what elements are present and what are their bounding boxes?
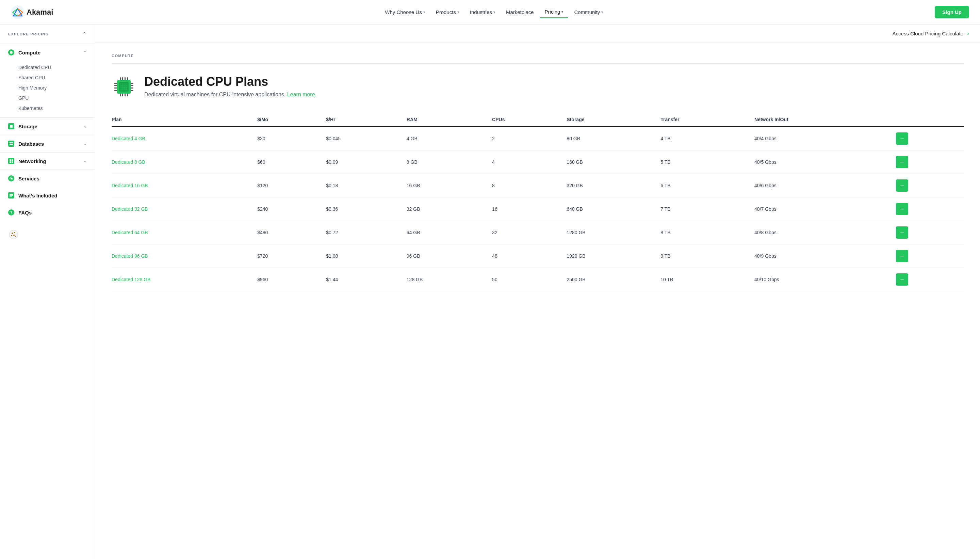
svg-rect-8	[12, 161, 13, 163]
svg-point-15	[14, 232, 15, 233]
plan-description: Dedicated virtual machines for CPU-inten…	[144, 92, 317, 98]
table-row: Dedicated 8 GB $60 $0.09 8 GB 4 160 GB 5…	[112, 150, 964, 174]
plan-arrow-button-3[interactable]: →	[896, 203, 908, 215]
sidebar-databases-label: Databases	[18, 141, 44, 147]
cell-mo: $960	[252, 268, 320, 291]
chevron-down-icon: ▾	[457, 10, 459, 14]
nav-link-industries[interactable]: Industries▾	[465, 7, 500, 18]
cell-action: →	[891, 127, 964, 150]
plan-arrow-button-5[interactable]: →	[896, 250, 908, 262]
sidebar-nav-item-faqs[interactable]: ? FAQs	[0, 204, 95, 221]
sidebar-nav-item-services[interactable]: Services	[0, 170, 95, 187]
col-transfer: Transfer	[655, 113, 749, 127]
sidebar-section-databases-header[interactable]: Databases ⌄	[0, 135, 95, 152]
plan-arrow-button-6[interactable]: →	[896, 273, 908, 286]
plan-link-6[interactable]: Dedicated 128 GB	[112, 277, 150, 282]
sidebar-nav-item-whats-included[interactable]: What's Included	[0, 187, 95, 204]
svg-rect-5	[10, 159, 11, 161]
plan-title: Dedicated CPU Plans	[144, 74, 317, 89]
pricing-content: Compute	[95, 43, 980, 302]
cell-transfer: 7 TB	[655, 197, 749, 221]
cell-action: →	[891, 174, 964, 197]
signup-button[interactable]: Sign Up	[935, 6, 969, 18]
sidebar-item-dedicated-cpu[interactable]: Dedicated CPU	[18, 62, 95, 73]
table-row: Dedicated 64 GB $480 $0.72 64 GB 32 1280…	[112, 221, 964, 245]
sidebar-collapse-icon[interactable]: ⌃	[82, 31, 87, 37]
pricing-calculator-link[interactable]: Access Cloud Pricing Calculator ›	[893, 30, 969, 37]
sidebar-whats-included-label: What's Included	[18, 193, 57, 198]
sidebar-section-compute-header[interactable]: Compute ⌃	[0, 44, 95, 61]
nav-links: Why Choose Us▾Products▾Industries▾Market…	[380, 6, 608, 18]
plan-arrow-button-0[interactable]: →	[896, 132, 908, 145]
brand-logo[interactable]: Akamai	[11, 5, 53, 19]
services-icon	[8, 175, 14, 182]
sidebar-item-shared-cpu[interactable]: Shared CPU	[18, 73, 95, 83]
plan-link-5[interactable]: Dedicated 96 GB	[112, 253, 148, 259]
nav-link-pricing[interactable]: Pricing▾	[540, 6, 568, 18]
col-cpus: CPUs	[487, 113, 561, 127]
cell-ram: 32 GB	[401, 197, 487, 221]
svg-rect-3	[10, 142, 13, 143]
nav-link-community[interactable]: Community▾	[569, 7, 608, 18]
plan-arrow-button-4[interactable]: →	[896, 227, 908, 239]
sidebar-section-networking-header[interactable]: Networking ⌄	[0, 152, 95, 170]
cell-ram: 128 GB	[401, 268, 487, 291]
navigation: Akamai Why Choose Us▾Products▾Industries…	[0, 0, 980, 25]
cell-network: 40/6 Gbps	[749, 174, 891, 197]
chevron-down-icon: ▾	[561, 10, 563, 13]
cell-plan: Dedicated 4 GB	[112, 127, 252, 150]
cell-ram: 16 GB	[401, 174, 487, 197]
nav-link-why-choose-us[interactable]: Why Choose Us▾	[380, 7, 429, 18]
cell-transfer: 6 TB	[655, 174, 749, 197]
sidebar-item-kubernetes[interactable]: Kubernetes	[18, 103, 95, 113]
svg-point-16	[11, 235, 12, 236]
cell-network: 40/9 Gbps	[749, 245, 891, 268]
sidebar-section-databases: Databases ⌄	[0, 135, 95, 152]
col-ram: RAM	[401, 113, 487, 127]
svg-rect-25	[120, 94, 121, 96]
sidebar-section-storage: Storage ⌄	[0, 118, 95, 135]
sidebar-section-compute: Compute ⌃ Dedicated CPU Shared CPU High …	[0, 44, 95, 118]
svg-rect-29	[114, 83, 117, 84]
sidebar-item-high-memory[interactable]: High Memory	[18, 83, 95, 93]
plan-link-3[interactable]: Dedicated 32 GB	[112, 206, 148, 212]
plan-link-2[interactable]: Dedicated 16 GB	[112, 183, 148, 188]
sidebar-faqs-label: FAQs	[18, 210, 31, 215]
svg-rect-23	[125, 77, 125, 80]
svg-rect-7	[10, 161, 11, 163]
cell-hr: $1.08	[320, 245, 401, 268]
cell-network: 40/7 Gbps	[749, 197, 891, 221]
svg-rect-26	[122, 94, 123, 96]
learn-more-link[interactable]: Learn more.	[287, 92, 317, 98]
cell-hr: $0.36	[320, 197, 401, 221]
cell-action: →	[891, 221, 964, 245]
cell-transfer: 5 TB	[655, 150, 749, 174]
nav-link-products[interactable]: Products▾	[431, 7, 464, 18]
plan-arrow-button-2[interactable]: →	[896, 179, 908, 192]
svg-rect-30	[114, 85, 117, 86]
compute-chevron-icon: ⌃	[83, 50, 87, 55]
nav-link-marketplace[interactable]: Marketplace	[501, 7, 539, 18]
plan-link-0[interactable]: Dedicated 4 GB	[112, 136, 145, 141]
cell-network: 40/8 Gbps	[749, 221, 891, 245]
sidebar-item-gpu[interactable]: GPU	[18, 93, 95, 103]
plan-link-1[interactable]: Dedicated 8 GB	[112, 159, 145, 165]
col-mo: $/Mo	[252, 113, 320, 127]
cell-cpus: 16	[487, 197, 561, 221]
sidebar-section-storage-header[interactable]: Storage ⌄	[0, 118, 95, 135]
plan-link-4[interactable]: Dedicated 64 GB	[112, 230, 148, 235]
cell-plan: Dedicated 96 GB	[112, 245, 252, 268]
cookie-icon[interactable]	[8, 229, 19, 240]
svg-rect-36	[131, 90, 134, 91]
col-network: Network In/Out	[749, 113, 891, 127]
whats-included-icon	[8, 192, 14, 198]
svg-point-17	[13, 235, 15, 236]
svg-rect-22	[122, 77, 123, 80]
storage-chevron-icon: ⌄	[83, 124, 87, 129]
plan-arrow-button-1[interactable]: →	[896, 156, 908, 168]
pricing-table: Plan $/Mo $/Hr RAM CPUs Storage Transfer…	[112, 113, 964, 291]
svg-rect-24	[127, 77, 128, 80]
cell-transfer: 4 TB	[655, 127, 749, 150]
cell-cpus: 8	[487, 174, 561, 197]
cell-plan: Dedicated 16 GB	[112, 174, 252, 197]
